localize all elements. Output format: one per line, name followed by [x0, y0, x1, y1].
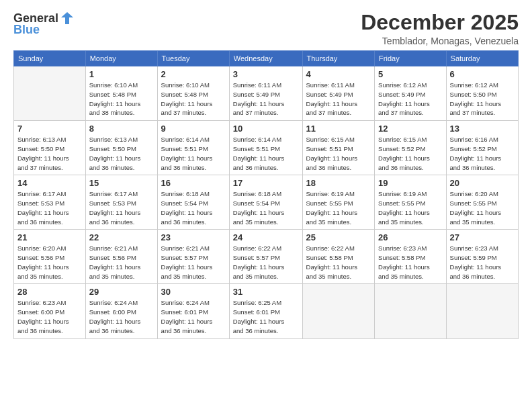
table-row: 4Sunrise: 6:11 AM Sunset: 5:49 PM Daylig… [302, 66, 375, 121]
day-info: Sunrise: 6:14 AM Sunset: 5:51 PM Dayligh… [233, 135, 299, 172]
day-info: Sunrise: 6:22 AM Sunset: 5:58 PM Dayligh… [306, 244, 371, 281]
day-info: Sunrise: 6:16 AM Sunset: 5:52 PM Dayligh… [450, 135, 515, 172]
day-number: 22 [89, 232, 154, 242]
day-number: 20 [450, 178, 515, 188]
table-row [446, 284, 518, 338]
header-row: Sunday Monday Tuesday Wednesday Thursday… [14, 51, 519, 66]
day-number: 2 [161, 69, 226, 79]
day-info: Sunrise: 6:18 AM Sunset: 5:54 PM Dayligh… [161, 189, 226, 226]
day-info: Sunrise: 6:11 AM Sunset: 5:49 PM Dayligh… [306, 81, 371, 118]
table-row: 22Sunrise: 6:21 AM Sunset: 5:56 PM Dayli… [85, 230, 157, 284]
table-row: 12Sunrise: 6:15 AM Sunset: 5:52 PM Dayli… [375, 121, 446, 175]
day-number: 21 [17, 232, 82, 242]
table-row: 25Sunrise: 6:22 AM Sunset: 5:58 PM Dayli… [302, 230, 375, 284]
day-number: 28 [17, 287, 82, 297]
table-row: 18Sunrise: 6:19 AM Sunset: 5:55 PM Dayli… [302, 175, 375, 230]
day-number: 12 [378, 124, 442, 134]
table-row: 6Sunrise: 6:12 AM Sunset: 5:50 PM Daylig… [446, 66, 518, 121]
day-info: Sunrise: 6:24 AM Sunset: 6:00 PM Dayligh… [89, 298, 154, 335]
day-number: 26 [378, 232, 442, 242]
header-thursday: Thursday [302, 51, 375, 66]
day-number: 27 [450, 232, 515, 242]
day-number: 18 [306, 178, 371, 188]
day-number: 19 [378, 178, 442, 188]
table-row: 31Sunrise: 6:25 AM Sunset: 6:01 PM Dayli… [229, 284, 302, 338]
logo-blue: Blue [13, 23, 40, 37]
table-row: 3Sunrise: 6:11 AM Sunset: 5:49 PM Daylig… [229, 66, 302, 121]
day-info: Sunrise: 6:15 AM Sunset: 5:51 PM Dayligh… [306, 135, 371, 172]
day-number: 11 [306, 124, 371, 134]
title-area: December 2025 Temblador, Monagas, Venezu… [361, 11, 519, 46]
table-row: 20Sunrise: 6:20 AM Sunset: 5:55 PM Dayli… [446, 175, 518, 230]
calendar-table: Sunday Monday Tuesday Wednesday Thursday… [13, 50, 519, 338]
table-row: 10Sunrise: 6:14 AM Sunset: 5:51 PM Dayli… [229, 121, 302, 175]
day-info: Sunrise: 6:24 AM Sunset: 6:01 PM Dayligh… [161, 298, 226, 335]
day-number: 25 [306, 232, 371, 242]
day-info: Sunrise: 6:23 AM Sunset: 5:58 PM Dayligh… [378, 244, 442, 281]
table-row: 26Sunrise: 6:23 AM Sunset: 5:58 PM Dayli… [375, 230, 446, 284]
table-row: 15Sunrise: 6:17 AM Sunset: 5:53 PM Dayli… [85, 175, 157, 230]
day-number: 29 [89, 287, 154, 297]
day-info: Sunrise: 6:12 AM Sunset: 5:50 PM Dayligh… [450, 81, 515, 118]
day-info: Sunrise: 6:19 AM Sunset: 5:55 PM Dayligh… [378, 189, 442, 226]
day-number: 4 [306, 69, 371, 79]
day-number: 5 [378, 69, 442, 79]
day-info: Sunrise: 6:13 AM Sunset: 5:50 PM Dayligh… [17, 135, 82, 172]
day-info: Sunrise: 6:23 AM Sunset: 5:59 PM Dayligh… [450, 244, 515, 281]
table-row: 19Sunrise: 6:19 AM Sunset: 5:55 PM Dayli… [375, 175, 446, 230]
location-subtitle: Temblador, Monagas, Venezuela [361, 36, 519, 46]
table-row [375, 284, 446, 338]
header-friday: Friday [375, 51, 446, 66]
header-sunday: Sunday [14, 51, 86, 66]
logo-area: General Blue [13, 11, 75, 37]
day-info: Sunrise: 6:10 AM Sunset: 5:48 PM Dayligh… [89, 81, 154, 118]
day-info: Sunrise: 6:15 AM Sunset: 5:52 PM Dayligh… [378, 135, 442, 172]
day-info: Sunrise: 6:18 AM Sunset: 5:54 PM Dayligh… [233, 189, 299, 226]
day-number: 10 [233, 124, 299, 134]
day-info: Sunrise: 6:21 AM Sunset: 5:56 PM Dayligh… [89, 244, 154, 281]
day-info: Sunrise: 6:14 AM Sunset: 5:51 PM Dayligh… [161, 135, 226, 172]
table-row: 13Sunrise: 6:16 AM Sunset: 5:52 PM Dayli… [446, 121, 518, 175]
day-number: 15 [89, 178, 154, 188]
day-info: Sunrise: 6:13 AM Sunset: 5:50 PM Dayligh… [89, 135, 154, 172]
day-number: 16 [161, 178, 226, 188]
table-row: 21Sunrise: 6:20 AM Sunset: 5:56 PM Dayli… [14, 230, 86, 284]
day-info: Sunrise: 6:11 AM Sunset: 5:49 PM Dayligh… [233, 81, 299, 118]
day-number: 1 [89, 69, 154, 79]
table-row [302, 284, 375, 338]
day-info: Sunrise: 6:10 AM Sunset: 5:48 PM Dayligh… [161, 81, 226, 118]
table-row: 2Sunrise: 6:10 AM Sunset: 5:48 PM Daylig… [157, 66, 229, 121]
day-number: 7 [17, 124, 82, 134]
table-row [14, 66, 86, 121]
day-info: Sunrise: 6:21 AM Sunset: 5:57 PM Dayligh… [161, 244, 226, 281]
table-row: 7Sunrise: 6:13 AM Sunset: 5:50 PM Daylig… [14, 121, 86, 175]
day-info: Sunrise: 6:20 AM Sunset: 5:55 PM Dayligh… [450, 189, 515, 226]
table-row: 29Sunrise: 6:24 AM Sunset: 6:00 PM Dayli… [85, 284, 157, 338]
table-row: 8Sunrise: 6:13 AM Sunset: 5:50 PM Daylig… [85, 121, 157, 175]
logo-bird-icon [60, 11, 75, 26]
day-number: 3 [233, 69, 299, 79]
month-title: December 2025 [361, 11, 519, 34]
table-row: 16Sunrise: 6:18 AM Sunset: 5:54 PM Dayli… [157, 175, 229, 230]
day-number: 13 [450, 124, 515, 134]
table-row: 9Sunrise: 6:14 AM Sunset: 5:51 PM Daylig… [157, 121, 229, 175]
header-tuesday: Tuesday [157, 51, 229, 66]
day-info: Sunrise: 6:17 AM Sunset: 5:53 PM Dayligh… [17, 189, 82, 226]
day-number: 17 [233, 178, 299, 188]
header-monday: Monday [85, 51, 157, 66]
day-number: 23 [161, 232, 226, 242]
header-wednesday: Wednesday [229, 51, 302, 66]
day-number: 6 [450, 69, 515, 79]
table-row: 11Sunrise: 6:15 AM Sunset: 5:51 PM Dayli… [302, 121, 375, 175]
day-number: 30 [161, 287, 226, 297]
table-row: 23Sunrise: 6:21 AM Sunset: 5:57 PM Dayli… [157, 230, 229, 284]
table-row: 24Sunrise: 6:22 AM Sunset: 5:57 PM Dayli… [229, 230, 302, 284]
header-saturday: Saturday [446, 51, 518, 66]
table-row: 28Sunrise: 6:23 AM Sunset: 6:00 PM Dayli… [14, 284, 86, 338]
day-number: 31 [233, 287, 299, 297]
table-row: 17Sunrise: 6:18 AM Sunset: 5:54 PM Dayli… [229, 175, 302, 230]
day-info: Sunrise: 6:23 AM Sunset: 6:00 PM Dayligh… [17, 298, 82, 335]
table-row: 1Sunrise: 6:10 AM Sunset: 5:48 PM Daylig… [85, 66, 157, 121]
table-row: 14Sunrise: 6:17 AM Sunset: 5:53 PM Dayli… [14, 175, 86, 230]
table-row: 5Sunrise: 6:12 AM Sunset: 5:49 PM Daylig… [375, 66, 446, 121]
